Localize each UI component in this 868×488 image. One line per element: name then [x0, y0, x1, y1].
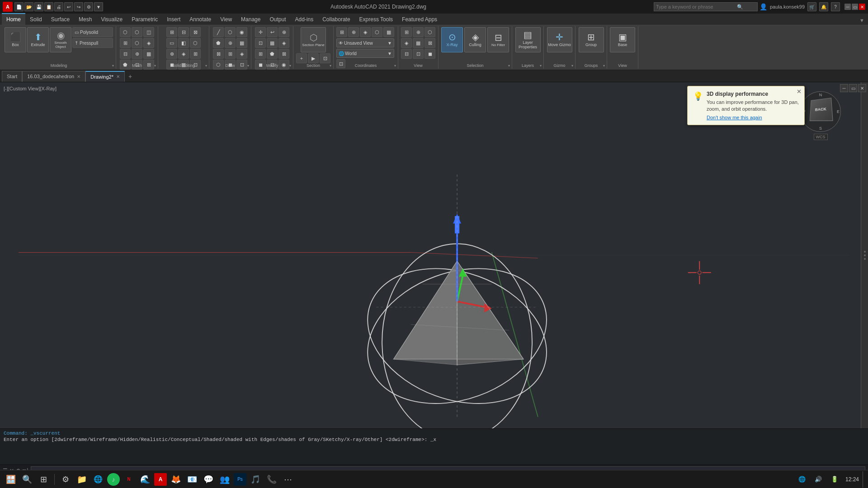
groups-group-label[interactable]: Groups	[576, 63, 607, 68]
se-btn2[interactable]: ⊟	[178, 27, 189, 37]
tab-collaborate[interactable]: Collaborate	[318, 13, 354, 25]
polysolid-button[interactable]: ▭ Polysolid	[72, 27, 113, 37]
draw-group-label[interactable]: Draw	[209, 63, 251, 68]
ucs-btn2[interactable]: ⊕	[348, 27, 359, 37]
notification-close-button[interactable]: ✕	[797, 88, 802, 95]
draw-btn8[interactable]: ⊞	[225, 49, 236, 59]
doc-tab-start[interactable]: Start	[2, 71, 22, 82]
workspace-dropdown[interactable]: ⚙	[84, 2, 93, 11]
tab-featuredapps[interactable]: Featured Apps	[397, 13, 442, 25]
taskbar-reaper[interactable]: 🎵	[248, 472, 263, 487]
se-btn7[interactable]: ⊕	[166, 49, 177, 59]
smooth-object-button[interactable]: ◉ Smooth Object	[50, 27, 71, 52]
taskbar-explorer[interactable]: 📁	[75, 472, 89, 487]
taskbar-skype[interactable]: 📞	[264, 472, 279, 487]
restore-button[interactable]: ▭	[852, 4, 858, 10]
tab-insert[interactable]: Insert	[162, 13, 185, 25]
draw-btn6[interactable]: ▦	[236, 38, 247, 48]
xray-button[interactable]: ⊙ X-Ray	[441, 27, 463, 52]
draw-btn3[interactable]: ◉	[236, 27, 247, 37]
new-tab-button[interactable]: +	[125, 71, 136, 82]
base-button[interactable]: ▣ Base	[610, 27, 635, 52]
mod-btn1[interactable]: ✛	[255, 27, 266, 37]
taskbar-teams[interactable]: 👥	[217, 472, 232, 487]
vp-minimize[interactable]: ─	[840, 84, 848, 92]
vis-btn7[interactable]: ⊟	[401, 49, 412, 59]
taskbar-more[interactable]: ⋯	[281, 472, 295, 487]
taskbar-photoshop[interactable]: Ps	[234, 473, 246, 486]
help-icon[interactable]: ?	[831, 2, 840, 11]
unsaved-view-dropdown[interactable]: 👁 Unsaved View ▼	[336, 38, 394, 47]
mod-btn7[interactable]: ⊞	[255, 49, 266, 59]
taskbar-start[interactable]: 🪟	[4, 472, 18, 487]
mod-btn6[interactable]: ◈	[278, 38, 289, 48]
notification-link[interactable]: Don't show me this again	[707, 115, 799, 120]
taskbar-search[interactable]: 🔍	[20, 472, 34, 487]
groups-expand[interactable]: ▾	[603, 64, 605, 68]
mod-btn8[interactable]: ⬟	[267, 49, 278, 59]
tab-surface[interactable]: Surface	[47, 13, 74, 25]
taskbar-taskview[interactable]: ⊞	[36, 472, 51, 487]
draw-btn2[interactable]: ⬡	[225, 27, 236, 37]
mod-btn3[interactable]: ⊕	[278, 27, 289, 37]
vis-btn9[interactable]: ◼	[425, 49, 435, 59]
box-button[interactable]: ⬛ Box	[5, 27, 26, 52]
tray-battery[interactable]: 🔋	[827, 472, 842, 487]
layers-expand[interactable]: ▾	[540, 64, 542, 68]
draw-btn1[interactable]: ╱	[213, 27, 224, 37]
mesh-btn7[interactable]: ⊟	[120, 49, 131, 59]
search-bar[interactable]: 🔍	[654, 2, 758, 11]
layer-btn1[interactable]: ▤ Layer Properties	[515, 27, 541, 52]
tab-parametric[interactable]: Parametric	[127, 13, 162, 25]
tab-visualize[interactable]: Visualize	[96, 13, 127, 25]
tray-sound[interactable]: 🔊	[811, 472, 826, 487]
tab-addins[interactable]: Add-ins	[291, 13, 318, 25]
ribbon-expand-icon[interactable]: ▼	[856, 16, 868, 25]
vis-btn4[interactable]: ◈	[401, 38, 412, 48]
redo-icon[interactable]: ↪	[74, 2, 83, 11]
mod-btn2[interactable]: ↩	[267, 27, 278, 37]
vis-btn1[interactable]: ⊞	[401, 27, 412, 37]
world-dropdown[interactable]: 🌐 World ▼	[336, 49, 394, 58]
extrude-button[interactable]: ⬆ Extrude	[27, 27, 49, 52]
ucs-btn1[interactable]: ⊞	[336, 27, 347, 37]
tab-manage[interactable]: Manage	[236, 13, 265, 25]
show-desktop[interactable]	[863, 471, 864, 488]
section-group-label[interactable]: Section	[293, 63, 333, 68]
drawing2-tab-close[interactable]: ✕	[116, 74, 120, 79]
doc-tab-drawing2[interactable]: Drawing2* ✕	[85, 71, 125, 82]
right-panel-handle[interactable]	[861, 82, 868, 428]
notification-bell[interactable]: 🔔	[819, 2, 828, 11]
se-btn3[interactable]: ⊠	[190, 27, 201, 37]
taskbar-mail[interactable]: 📧	[185, 472, 199, 487]
mesh-btn3[interactable]: ◫	[143, 27, 154, 37]
vis-btn6[interactable]: ⊠	[425, 38, 435, 48]
viewport-canvas[interactable]	[0, 82, 868, 428]
open-icon[interactable]: 📂	[24, 2, 33, 11]
vis-btn2[interactable]: ⊕	[413, 27, 424, 37]
view-vis-label[interactable]: View	[398, 63, 438, 68]
mesh-btn5[interactable]: ⬡	[132, 38, 142, 48]
coordinates-group-label[interactable]: Coordinates	[334, 63, 398, 68]
save-as-icon[interactable]: 📋	[44, 2, 53, 11]
group-button[interactable]: ⊞ Group	[579, 27, 604, 52]
mesh-btn6[interactable]: ◈	[143, 38, 154, 48]
mesh-btn1[interactable]: ⬡	[120, 27, 131, 37]
mesh-btn8[interactable]: ⊕	[132, 49, 142, 59]
gizmo-expand[interactable]: ▾	[571, 64, 573, 68]
selection-expand[interactable]: ▾	[508, 64, 510, 68]
new-icon[interactable]: 📄	[14, 2, 24, 11]
taskbar-autocad[interactable]: A	[154, 473, 167, 486]
ucs-btn3[interactable]: ◈	[360, 27, 371, 37]
coordinates-expand[interactable]: ▾	[394, 64, 396, 68]
close-button[interactable]: ✕	[859, 4, 865, 10]
taskbar-firefox[interactable]: 🦊	[169, 472, 183, 487]
layers-group-label[interactable]: Layers	[512, 63, 543, 68]
taskbar-chrome[interactable]: 🌐	[91, 472, 105, 487]
dodecahedron-tab-close[interactable]: ✕	[77, 74, 80, 79]
mesh-group-label[interactable]: Mesh	[116, 63, 158, 68]
mesh-btn4[interactable]: ⊞	[120, 38, 131, 48]
vp-close[interactable]: ✕	[858, 84, 866, 92]
live-section-button[interactable]: ▶	[308, 53, 319, 63]
section-expand[interactable]: ▾	[330, 64, 331, 68]
